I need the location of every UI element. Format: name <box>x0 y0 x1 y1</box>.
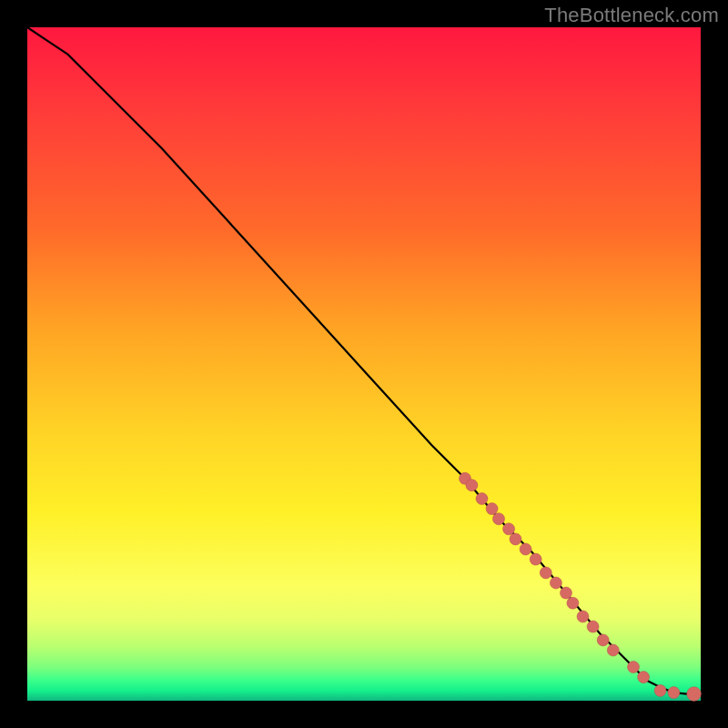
attribution-label: TheBottleneck.com <box>544 4 719 27</box>
data-marker <box>476 493 488 505</box>
data-marker <box>493 513 505 525</box>
plot-area <box>27 27 701 701</box>
data-marker <box>654 684 666 696</box>
data-markers <box>460 472 702 701</box>
bottleneck-curve <box>27 27 701 694</box>
data-marker <box>597 634 609 646</box>
data-marker <box>503 523 515 535</box>
data-marker <box>540 567 551 579</box>
data-marker <box>510 533 521 545</box>
data-marker <box>530 553 541 565</box>
data-marker <box>587 621 599 632</box>
data-marker <box>466 480 478 491</box>
data-marker <box>668 687 680 699</box>
data-marker <box>561 587 572 599</box>
data-marker <box>550 577 561 589</box>
data-marker <box>520 543 531 555</box>
data-marker <box>486 503 498 515</box>
chart-svg <box>27 27 701 701</box>
data-marker <box>687 687 702 702</box>
data-marker <box>567 597 579 609</box>
data-marker <box>638 672 650 683</box>
chart-frame: TheBottleneck.com <box>0 0 728 728</box>
data-marker <box>577 611 589 622</box>
data-marker <box>607 644 619 656</box>
data-marker <box>628 662 640 673</box>
